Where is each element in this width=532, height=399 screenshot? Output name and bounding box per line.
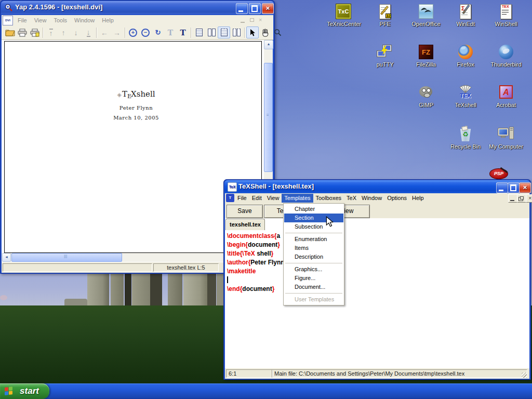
yap-mdi-restore-button[interactable] <box>247 16 257 24</box>
start-button[interactable]: start <box>0 383 49 399</box>
mdi-minimize-button[interactable] <box>508 194 517 203</box>
code-segment: document <box>242 285 272 292</box>
texshell-menu-help[interactable]: Help <box>409 194 427 203</box>
templates-menu: ChapterSectionSubsectionEnumerationItems… <box>283 203 344 305</box>
desktop-icon-openoffice[interactable]: OpenOffice <box>406 3 446 27</box>
texshell-menu-templates[interactable]: Templates <box>282 194 313 203</box>
yap-menu-help[interactable]: Help <box>98 16 117 25</box>
mdi-restore-button[interactable] <box>517 194 526 203</box>
hand-tool-button[interactable] <box>259 26 271 38</box>
text-render-button[interactable]: T <box>177 26 189 38</box>
texshell-menu-view[interactable]: View <box>264 194 282 203</box>
select-tool-button[interactable] <box>246 26 259 38</box>
texshell-close-button[interactable]: × <box>519 182 531 193</box>
desktop-icon-acrobat[interactable]: A Acrobat <box>486 84 526 108</box>
texshell-statusbar: 6:1 Main file: C:\Documents and Settings… <box>225 368 529 379</box>
print-button[interactable] <box>16 26 29 38</box>
yap-menu-file[interactable]: File <box>14 16 31 25</box>
code-segment: } <box>271 250 273 257</box>
texshell-menubar-bg: T FileEditViewTemplatesToolboxesTeXWindo… <box>225 193 529 204</box>
templates-menu-item-chapter[interactable]: Chapter <box>284 205 343 214</box>
desktop-icon-mycomputer[interactable]: My Computer <box>486 126 526 150</box>
texshell-menu-options[interactable]: Options <box>384 194 409 203</box>
yap-close-button[interactable]: × <box>262 3 274 14</box>
desktop-icon-winedt[interactable]: Σ WinEdt <box>446 3 485 27</box>
code-segment: \end{ <box>227 285 242 292</box>
texshell-menu-tex[interactable]: TeX <box>344 194 359 203</box>
zoom-out-button[interactable]: − <box>139 26 152 38</box>
texshell-maximize-button[interactable] <box>508 182 520 193</box>
texshell-minimize-button[interactable] <box>496 182 508 193</box>
desktop-icon-filezilla[interactable]: FZ FileZilla <box>406 44 446 68</box>
texshell-menu-edit[interactable]: Edit <box>249 194 264 203</box>
templates-menu-item-section[interactable]: Section <box>284 214 343 222</box>
templates-menu-item-graphics[interactable]: Graphics... <box>284 265 343 274</box>
desktop-icon-putty[interactable]: puTTY <box>365 44 405 68</box>
forward-button[interactable]: → <box>111 26 123 38</box>
desktop: TxC TeXnicCenter 32 PFE OpenOffice Σ Win… <box>0 0 532 399</box>
texshell-titlebar[interactable]: TeX TeXShell - [texshell.tex] × <box>224 180 530 193</box>
resize-grip[interactable] <box>522 373 527 378</box>
continuous-page-button[interactable] <box>218 26 230 38</box>
texshell-app-icon: TeX <box>228 182 237 192</box>
text-render-icon: T <box>180 28 185 37</box>
zoom-in-button[interactable]: + <box>127 26 139 38</box>
continuous-facing-button[interactable] <box>230 26 243 38</box>
desktop-icon-texniccenter[interactable]: TxC TeXnicCenter <box>324 3 364 27</box>
save-button[interactable]: Save <box>227 205 263 218</box>
single-page-button[interactable] <box>193 26 205 38</box>
next-page-button[interactable]: ↓ <box>70 26 82 38</box>
forward-icon: → <box>113 29 121 36</box>
yap-menu-tools[interactable]: Tools <box>50 16 71 25</box>
templates-menu-item-document[interactable]: Document... <box>284 283 343 291</box>
text-outline-button[interactable]: T <box>164 26 177 38</box>
desktop-icon-pfe[interactable]: 32 PFE <box>365 3 405 27</box>
print-setup-button[interactable] <box>29 26 41 38</box>
templates-menu-item-description[interactable]: Description <box>284 252 343 261</box>
next-page-icon: ↓ <box>74 29 78 36</box>
yap-mdi-minimize-button[interactable] <box>238 16 248 24</box>
templates-menu-item-items[interactable]: Items <box>284 244 343 252</box>
magnifier-icon <box>274 29 282 36</box>
templates-menu-item-figure[interactable]: Figure... <box>284 274 343 283</box>
scroll-up-button[interactable]: ▲ <box>264 40 273 49</box>
winedt-icon: Σ <box>457 3 474 20</box>
desktop-icon-gimp[interactable]: GIMP <box>406 84 446 108</box>
refresh-icon: ↻ <box>155 29 161 36</box>
yap-titlebar[interactable]: Yap 2.4.1596 - [texshell.dvi] × <box>1 1 274 14</box>
templates-menu-item-subsection[interactable]: Subsection <box>284 222 343 231</box>
texshell-menu-toolboxes[interactable]: Toolboxes <box>313 194 344 203</box>
yap-minimize-button[interactable] <box>236 3 248 14</box>
desktop-icon-thunderbird[interactable]: Thunderbird <box>486 44 526 68</box>
first-page-button[interactable]: ↑ <box>45 26 57 38</box>
file-tab[interactable]: texshell.tex <box>225 219 265 230</box>
desktop-icon-recyclebin[interactable]: ♻ Recycle Bin <box>446 126 485 150</box>
yap-menu-view[interactable]: View <box>31 16 50 25</box>
wallpaper-horizon-detail <box>0 295 7 300</box>
back-button[interactable]: ← <box>98 26 111 38</box>
vscroll-thumb[interactable]: ≡ <box>264 63 273 172</box>
pfe-icon: 32 <box>376 3 394 20</box>
refresh-button[interactable]: ↻ <box>152 26 164 38</box>
hscroll-thumb[interactable]: ||| <box>11 253 122 262</box>
scroll-left-button[interactable]: ◄ <box>2 253 11 262</box>
desktop-icon-texshell[interactable]: TEX TeXshell <box>446 84 485 108</box>
facing-pages-button[interactable] <box>205 26 218 38</box>
desktop-icon-firefox[interactable]: Firefox <box>446 44 485 68</box>
last-page-button[interactable]: ↓ <box>82 26 95 38</box>
yap-menu-window[interactable]: Window <box>71 16 98 25</box>
open-file-button[interactable] <box>4 26 16 38</box>
windows-flag-icon <box>5 387 12 395</box>
desktop-icon-winshell[interactable]: TEX WinShell <box>486 3 526 27</box>
templates-menu-item-enumeration[interactable]: Enumeration <box>284 235 343 244</box>
magnify-tool-button[interactable] <box>271 26 284 38</box>
mdi-close-button[interactable]: × <box>526 194 532 203</box>
previous-page-button[interactable]: ↑ <box>57 26 70 38</box>
yap-maximize-button[interactable] <box>249 3 261 14</box>
printer-icon <box>18 29 27 37</box>
texshell-menu-file[interactable]: File <box>235 194 249 203</box>
yap-mdi-close-button[interactable]: × <box>256 16 265 24</box>
last-page-icon: ↓ <box>87 29 90 37</box>
editor-area[interactable]: texshell.tex \documentclass{a\begin{docu… <box>225 218 529 368</box>
texshell-menu-window[interactable]: Window <box>359 194 384 203</box>
